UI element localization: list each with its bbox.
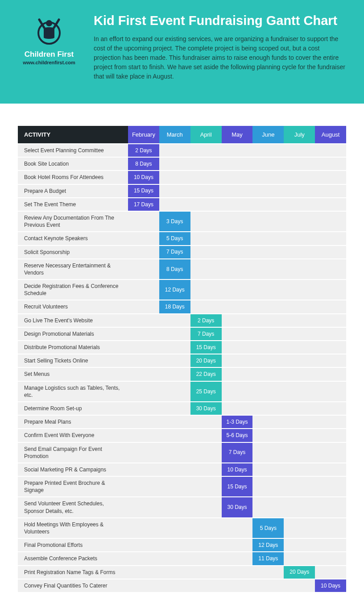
month-slot [284,280,315,300]
logo-url: www.childrenfirst.com [18,60,80,65]
month-slot [128,328,159,340]
gantt-bar: 2 Days [128,144,159,157]
month-slot [315,259,346,279]
month-slot [315,518,346,538]
month-slot [315,429,346,442]
month-slot [128,416,159,428]
month-slot [222,354,253,367]
gantt-row: Contact Keynote Speakers5 Days [18,232,346,245]
gantt-bar: 20 Days [190,354,222,367]
month-slot [159,402,190,415]
month-slot [190,300,222,313]
bars-area: 18 Days [128,300,346,313]
chart-rows: Select Event Planning Committee2 DaysBoo… [18,144,346,592]
month-slot [159,368,190,380]
gantt-bar: 17 Days [128,198,159,211]
month-slot [159,518,190,538]
gantt-bar: 8 Days [128,158,159,170]
bars-area: 15 Days [128,185,346,197]
page-title: Kid First Event Fundraising Gantt Chart [94,13,346,28]
bars-area: 20 Days [128,354,346,367]
activity-column-header: ACTIVITY [18,126,128,143]
month-slot [222,158,253,170]
month-slot [128,212,159,231]
bars-area: 3 Days [128,212,346,231]
gantt-row: Select Event Planning Committee2 Days [18,144,346,157]
month-slot [252,171,284,183]
month-slot [222,144,253,157]
month-slot [252,402,284,415]
month-slot [190,185,222,197]
month-slot [190,552,222,565]
gantt-row: Recruit Volunteers18 Days [18,300,346,313]
month-slot: 12 Days [252,539,284,551]
month-slot [222,171,253,183]
gantt-row: Convey Final Quantities To Caterer10 Day… [18,579,346,592]
month-slot [128,579,159,592]
month-slot: 17 Days [128,198,159,211]
month-slot [128,443,159,462]
month-slot [284,368,315,380]
month-slot: 8 Days [128,158,159,170]
month-slot [128,497,159,517]
month-slot [222,539,253,551]
gantt-bar: 30 Days [190,402,222,415]
month-slot [252,259,284,279]
gantt-bar: 10 Days [222,463,253,476]
month-slot [159,144,190,157]
month-slot [159,341,190,354]
bars-area: 30 Days [128,497,346,517]
gantt-bar: 15 Days [190,341,222,354]
activity-cell: Go Live The Event's Website [18,314,128,327]
gantt-bar: 10 Days [315,579,346,592]
svg-point-1 [46,20,52,26]
month-slot: 30 Days [190,402,222,415]
gantt-bar: 7 Days [159,246,190,258]
month-slot [222,552,253,565]
gantt-row: Design Promotional Materials7 Days [18,328,346,340]
month-slot [252,212,284,231]
month-slot [128,232,159,245]
month-slot [222,328,253,340]
month-slot [315,497,346,517]
month-slot [128,539,159,551]
gantt-bar: 18 Days [159,300,190,313]
gantt-bar: 3 Days [159,212,190,231]
month-slot [284,354,315,367]
month-slot [284,246,315,258]
gantt-bar: 7 Days [190,328,222,340]
month-slot [222,185,253,197]
month-slot [315,443,346,462]
bars-area: 5 Days [128,232,346,245]
month-slot [284,579,315,592]
activity-cell: Distribute Promotional Materials [18,341,128,354]
month-slot [222,300,253,313]
gantt-row: Set Menus22 Days [18,368,346,380]
gantt-row: Final Promotional Efforts12 Days [18,539,346,551]
activity-cell: Assemble Conference Packets [18,552,128,565]
month-slot [159,477,190,496]
activity-cell: Contact Keynote Speakers [18,232,128,245]
month-slot [128,463,159,476]
month-slot: 15 Days [222,477,253,496]
month-slot [315,300,346,313]
month-slot: 15 Days [190,341,222,354]
gantt-bar: 5 Days [252,518,284,538]
month-slot [159,328,190,340]
month-slot [190,144,222,157]
gantt-row: Book Site Location8 Days [18,158,346,170]
month-header: August [315,126,346,143]
activity-cell: Prepare Meal Plans [18,416,128,428]
month-slot [252,232,284,245]
gantt-row: Send Volunteer Event Schedules, Sponsor … [18,497,346,517]
gantt-row: Book Hotel Rooms For Attendees10 Days [18,171,346,183]
month-header: February [128,126,159,143]
month-slot: 25 Days [190,382,222,401]
month-slot [252,477,284,496]
month-slot [284,497,315,517]
activity-cell: Recruit Volunteers [18,300,128,313]
gantt-row: Distribute Promotional Materials15 Days [18,341,346,354]
page-header: Children First www.childrenfirst.com Kid… [0,0,364,104]
bars-area: 1-3 Days [128,416,346,428]
gantt-row: Print Registration Name Tags & Forms20 D… [18,566,346,579]
